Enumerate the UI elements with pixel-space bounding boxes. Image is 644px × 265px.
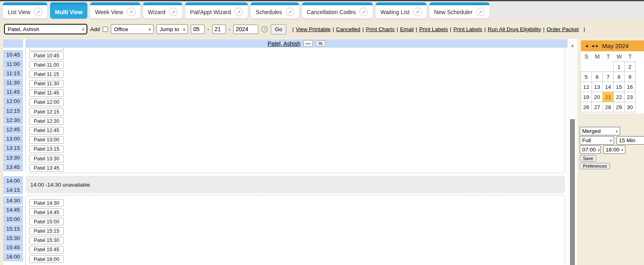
tab-schedules[interactable]: Schedules↗ (251, 2, 299, 19)
calendar-day[interactable]: 21 (602, 92, 614, 102)
calendar-day[interactable]: 14 (602, 82, 614, 92)
view-mode-select[interactable]: Merged ∨ (580, 127, 620, 135)
calendar-day[interactable]: 27 (591, 102, 603, 112)
calendar-day[interactable]: 1 (613, 61, 625, 72)
appointment-slot-button[interactable]: Patel 13:00 (29, 136, 64, 144)
calendar-day[interactable]: 22 (613, 92, 625, 102)
appointment-slot-button[interactable]: Patel 15:15 (29, 227, 64, 235)
provider-header-link[interactable]: Patel, Ashish (268, 40, 300, 47)
calendar-day[interactable]: 8 (613, 72, 625, 82)
jump-to-select[interactable]: Jump to ∨ (156, 24, 188, 34)
date-year-input[interactable] (233, 25, 258, 34)
tab-new-scheduler[interactable]: New Scheduler↗ (429, 2, 490, 19)
external-link-icon[interactable]: ↗ (359, 8, 368, 16)
go-button[interactable]: Go (271, 24, 286, 34)
external-link-icon[interactable]: ↗ (476, 8, 485, 16)
tab-accent-strip (185, 2, 248, 5)
start-time-select[interactable]: 07:00 ∨ (580, 145, 601, 154)
tab-waiting-list[interactable]: Waiting List↗ (376, 2, 427, 19)
toolbar-link[interactable]: View Printable (296, 26, 331, 32)
tab-multi-view[interactable]: Multi View (50, 2, 87, 19)
appointment-slot-button[interactable]: Patel 12:45 (29, 127, 64, 135)
appointment-slot-button[interactable]: Patel 14:45 (29, 208, 64, 216)
appointment-slot-button[interactable]: Patel 15:30 (29, 237, 64, 244)
appointment-slot-button[interactable]: Patel 11:30 (29, 80, 64, 88)
right-panel: May 2024 ◄ ◄◄ SMTWT 12567891213141516192… (577, 39, 644, 265)
appointment-slot-button[interactable]: Patel 15:00 (29, 218, 64, 225)
tab-wizard[interactable]: Wizard↗ (143, 2, 183, 19)
date-month-input[interactable] (191, 25, 205, 34)
end-time-value: 18:00 (606, 147, 619, 153)
calendar-day[interactable]: 16 (624, 82, 636, 92)
toolbar-link[interactable]: Print Charts (366, 26, 395, 32)
calendar-day-header: T (603, 51, 614, 62)
interval-select[interactable]: 15 Min (617, 136, 644, 145)
appointment-slot-button[interactable]: Patel 11:00 (29, 61, 64, 69)
scrollbar-thumb[interactable] (570, 119, 575, 265)
save-button[interactable]: Save (580, 155, 596, 162)
appointment-slot-button[interactable]: Patel 12:00 (29, 99, 64, 106)
external-link-icon[interactable]: ↗ (127, 8, 135, 16)
calendar-day[interactable]: 5 (581, 72, 592, 82)
tab-pat-appt-wizard[interactable]: Pat/Appt Wizard↗ (185, 2, 248, 19)
appointment-slot-button[interactable]: Patel 12:15 (29, 108, 64, 116)
preferences-button[interactable]: Preferences (580, 163, 610, 169)
appointment-slot-button-partial[interactable] (29, 48, 64, 51)
calendar-day[interactable]: 29 (613, 102, 625, 112)
external-link-icon[interactable]: ↗ (34, 8, 42, 16)
add-checkbox[interactable] (103, 27, 108, 32)
calendar-day[interactable]: 13 (591, 82, 603, 92)
calendar-day[interactable]: 2 (624, 61, 636, 72)
calendar-day[interactable]: 7 (602, 72, 614, 82)
appointment-slot-button[interactable]: Patel 10:45 (29, 52, 64, 59)
time-label: 15:30 (3, 233, 23, 242)
appointment-slot-button[interactable]: Patel 13:30 (29, 155, 64, 162)
end-time-select[interactable]: 18:00 ∨ (603, 145, 625, 154)
tab-cancellation-codes[interactable]: Cancellation Codes↗ (302, 2, 373, 19)
calendar-day[interactable]: 23 (624, 92, 636, 102)
schedule-scrollbar[interactable]: ▲ (568, 39, 577, 265)
calendar-day[interactable]: 19 (581, 92, 592, 102)
external-link-icon[interactable]: ↗ (286, 8, 294, 16)
toolbar-link[interactable]: Order Packet (547, 26, 579, 32)
tab-list-view[interactable]: List View↗ (3, 2, 47, 19)
calendar-day[interactable]: 20 (591, 92, 603, 102)
calendar-day[interactable]: 12 (581, 82, 592, 92)
link-separator: | (362, 26, 364, 32)
scroll-up-icon[interactable]: ▲ (568, 43, 577, 48)
collapse-column-button[interactable]: — (303, 40, 313, 47)
toolbar-link[interactable]: Email (400, 26, 414, 32)
external-link-icon[interactable]: ↗ (413, 8, 422, 16)
appointment-slot-button[interactable]: Patel 13:15 (29, 145, 64, 153)
appointment-slot-button[interactable]: Patel 12:30 (29, 117, 64, 125)
calendar-day[interactable]: 30 (624, 102, 636, 112)
appointment-slot-button[interactable]: Patel 11:45 (29, 89, 64, 97)
appointment-slot-button[interactable]: Patel 11:15 (29, 70, 64, 78)
external-link-icon[interactable]: ↗ (234, 8, 243, 16)
toolbar-link[interactable]: Print Labels (419, 26, 448, 32)
tab-label: Waiting List (380, 9, 410, 15)
clock-icon[interactable] (261, 26, 268, 33)
toolbar-link[interactable]: Run All Drug Eligibility (488, 26, 541, 32)
appointment-slot-button[interactable]: Patel 14:30 (29, 199, 64, 207)
tab-week-view[interactable]: Week View↗ (90, 2, 140, 19)
appointment-slot-button[interactable]: Patel 16:00 (29, 255, 64, 263)
date-day-input[interactable] (212, 25, 226, 34)
calendar-day[interactable]: 6 (591, 72, 603, 82)
provider-select[interactable]: Patel, Ashish ∨ (4, 24, 87, 34)
calendar-day[interactable]: 9 (624, 72, 636, 82)
tab-label: Cancellation Codes (307, 9, 356, 15)
appointment-slot-button[interactable]: Patel 15:45 (29, 246, 64, 254)
fb-button[interactable]: f/b (316, 40, 325, 46)
calendar-day[interactable]: 28 (602, 102, 614, 112)
size-select[interactable]: Full ∨ (580, 136, 614, 145)
time-label: 11:30 (3, 78, 23, 87)
external-link-icon[interactable]: ↗ (169, 8, 177, 16)
calendar-day[interactable]: 15 (613, 82, 625, 92)
calendar-day[interactable]: 26 (581, 102, 592, 112)
toolbar-link[interactable]: Print Labels (454, 26, 482, 32)
appointment-slot-button[interactable]: Patel 13:45 (29, 164, 64, 172)
interval-value: 15 Min (619, 137, 636, 143)
office-select[interactable]: Office ∨ (111, 24, 154, 34)
toolbar-link[interactable]: Cancelled (336, 26, 360, 32)
